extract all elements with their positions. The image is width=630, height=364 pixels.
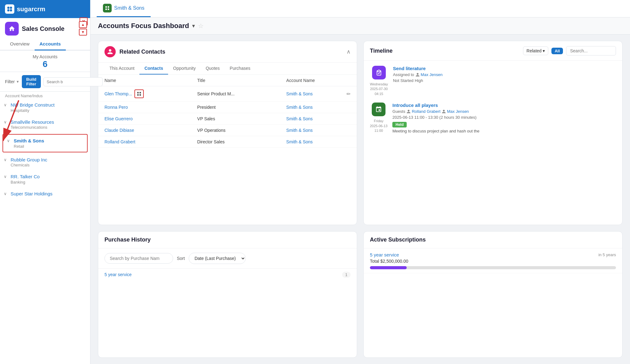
card-title-contacts: Related Contacts (119, 49, 165, 55)
all-filter-badge[interactable]: All (551, 48, 563, 54)
col-name: Name (98, 75, 191, 86)
sidebar-tab-accounts[interactable]: Accounts (35, 38, 66, 50)
account-filter-label: Account Name/Indus (0, 92, 90, 99)
table-row: Claude Dibiase VP Operations Smith & Son… (98, 125, 357, 136)
account-link[interactable]: Smith & Sons (286, 139, 313, 144)
account-link[interactable]: Smith & Sons (286, 116, 313, 121)
table-row: Rolland Grabert Director Sales Smith & S… (98, 136, 357, 148)
account-name: Rubble Group Inc (11, 157, 85, 163)
sales-console-header: Sales Console ✕ ▲ ▼ (0, 18, 90, 36)
account-industry: Banking (11, 180, 85, 184)
nav-down-button[interactable]: ▼ (79, 29, 87, 36)
sidebar-tab-overview[interactable]: Overview (5, 38, 35, 50)
svg-rect-10 (140, 92, 141, 93)
related-dropdown[interactable]: Related ▾ (523, 46, 548, 55)
svg-rect-2 (7, 9, 10, 12)
timeline-header: Timeline Related ▾ All (364, 41, 622, 61)
active-subscriptions-card: Active Subscriptions 5 year service in 5… (363, 231, 623, 358)
dashboard-chevron-icon[interactable]: ▾ (192, 22, 195, 29)
account-name: Smallville Resources (11, 119, 85, 125)
subtab-contacts[interactable]: Contacts (139, 63, 168, 74)
timeline-guest1[interactable]: Rolland Grabert (412, 109, 440, 114)
contact-link-rolland[interactable]: Rolland Grabert (104, 139, 135, 144)
account-search-input[interactable] (43, 77, 103, 86)
account-name-smith-sons: Smith & Sons (14, 138, 44, 144)
purchase-search-input[interactable] (104, 253, 173, 264)
subtab-opportunity[interactable]: Opportunity (168, 63, 201, 74)
subscriptions-title: Active Subscriptions (370, 237, 426, 243)
contacts-subtabs: This Account Contacts Opportunity Quotes… (98, 63, 357, 75)
sidebar: sugarcrm Sales Console ✕ ▲ ▼ Overview Ac… (0, 0, 90, 364)
home-button[interactable] (5, 22, 19, 36)
timeline-date: Friday 2025-06-13 11:00 (370, 119, 387, 133)
timeline-items: Wednesday 2025-07-30 04:15 Send literatu… (364, 61, 622, 138)
timeline-description: Meeting to discuss project plan and hash… (392, 129, 616, 133)
account-item-smith-sons[interactable]: ∨ Smith & Sons Retail (2, 134, 88, 152)
timeline-meta: Assigned to Max Jensen (393, 72, 616, 77)
timeline-search-input[interactable] (566, 46, 616, 55)
purchase-item-name[interactable]: 5 year service (104, 272, 132, 277)
contact-link-ronna[interactable]: Ronna Pero (104, 105, 128, 110)
sort-select[interactable]: Date (Last Purchase) Name Amount (189, 253, 246, 264)
collapse-contacts-button[interactable]: ∧ (346, 48, 351, 55)
edit-icon[interactable]: ✏ (346, 91, 351, 97)
timeline-item-title[interactable]: Introduce all players (392, 103, 616, 108)
svg-rect-9 (137, 92, 139, 93)
subtab-purchases[interactable]: Purchases (225, 63, 255, 74)
purchase-history-header: Purchase History (98, 232, 357, 248)
subscription-item: 5 year service in 5 years Total $2,500,0… (364, 248, 622, 273)
dashboard-header: Accounts Focus Dashboard ▾ ☆ (90, 17, 630, 35)
purchase-history-card: Purchase History Sort Date (Last Purchas… (98, 231, 357, 358)
timeline-item-title[interactable]: Send literature (393, 66, 616, 71)
build-filter-button[interactable]: Build Filter (22, 75, 41, 88)
account-item-nw-bridge[interactable]: ∨ NW Bridge Construct Hospitality (0, 99, 90, 116)
account-link[interactable]: Smith & Sons (286, 105, 313, 110)
svg-rect-8 (108, 8, 109, 10)
account-link[interactable]: Smith & Sons (286, 91, 313, 96)
my-accounts-label: My Accounts (5, 54, 85, 59)
col-account: Account Name (280, 75, 357, 86)
subscription-time: in 5 years (598, 252, 616, 257)
main-content: Smith & Sons Accounts Focus Dashboard ▾ … (90, 0, 630, 364)
sort-label: Sort (177, 256, 185, 261)
main-tab-smith-sons[interactable]: Smith & Sons (97, 0, 151, 17)
sugar-icon (5, 4, 14, 14)
timeline-user[interactable]: Max Jensen (421, 72, 443, 77)
account-item-rr-talker[interactable]: ∨ RR. Talker Co Banking (0, 170, 90, 188)
timeline-date: Wednesday 2025-07-30 04:15 (370, 82, 388, 96)
filter-dropdown[interactable]: Filter ▼ (5, 79, 19, 84)
contact-account-cell: Smith & Sons ✏ (280, 86, 357, 102)
contact-link-glen[interactable]: Glen Thomp... (104, 91, 132, 96)
contact-title-cell: VP Operations (191, 125, 280, 136)
contacts-table: Name Title Account Name Glen Thomp... (98, 75, 357, 148)
account-item-super-star[interactable]: ∨ Super Star Holdings (0, 188, 90, 200)
subtab-this-account[interactable]: This Account (104, 63, 139, 74)
account-item-smallville[interactable]: ∨ Smallville Resources Telecommunication… (0, 116, 90, 133)
timeline-guest2[interactable]: Max Jensen (447, 109, 469, 114)
subscription-name[interactable]: 5 year service (370, 252, 399, 257)
subscription-total: Total $2,500,000.00 (370, 259, 616, 264)
dashboard-title: Accounts Focus Dashboard (98, 22, 189, 30)
subtab-quotes[interactable]: Quotes (201, 63, 225, 74)
table-row: Glen Thomp... Senior Product M... Smith … (98, 86, 357, 102)
purchase-row: 5 year service 1 (98, 268, 357, 281)
account-list: ∨ NW Bridge Construct Hospitality ∨ Smal… (0, 99, 90, 364)
timeline-item-icon (372, 103, 385, 116)
account-chevron: ∨ (4, 174, 8, 179)
subscription-progress-bar (370, 266, 616, 269)
col-title: Title (191, 75, 280, 86)
purchase-item-count: 1 (342, 272, 351, 278)
my-accounts-section: My Accounts 6 (0, 50, 90, 72)
contact-link-elise[interactable]: Elise Guerrero (104, 116, 133, 121)
timeline-meta: Guests Rolland Grabert Max Jensen (392, 109, 616, 114)
contact-name-cell: Glen Thomp... (98, 86, 191, 102)
account-link[interactable]: Smith & Sons (286, 128, 313, 133)
contact-link-claude[interactable]: Claude Dibiase (104, 128, 134, 133)
dashboard-star-icon[interactable]: ☆ (198, 22, 204, 30)
my-accounts-count: 6 (5, 59, 85, 69)
contact-grid-icon-button[interactable] (134, 89, 144, 98)
account-item-rubble-group[interactable]: ∨ Rubble Group Inc Chemicals (0, 154, 90, 171)
nav-up-button[interactable]: ▲ (79, 21, 87, 28)
sugar-logo: sugarcrm (5, 4, 45, 14)
contact-title-cell: Senior Product M... (191, 86, 280, 102)
